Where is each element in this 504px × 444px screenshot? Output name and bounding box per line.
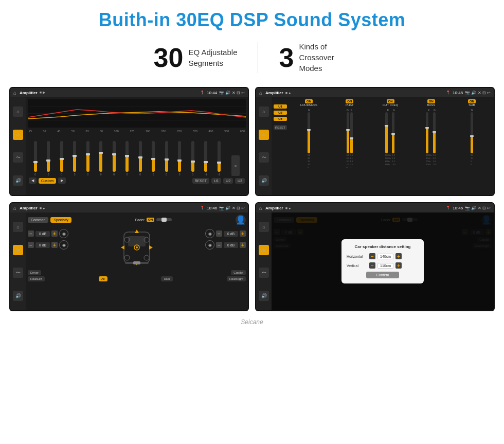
specialty-mode-btn[interactable]: Specialty [50, 217, 71, 223]
vol-plus-3[interactable]: + [240, 230, 246, 237]
right-vol-controls[interactable]: ◉ − 0 dB + ◉ − 0 dB + [205, 229, 246, 268]
eq-slider-5[interactable]: 0 [86, 141, 89, 176]
eq-custom-btn[interactable]: Custom [39, 178, 56, 184]
vol-row-1[interactable]: − 0 dB + ◉ [28, 229, 68, 238]
dlg-sidebar-icon4[interactable]: 🔊 [259, 291, 269, 301]
loudness-sliders[interactable]: G 644832160 [289, 109, 329, 193]
eq-u2-btn[interactable]: U2 [223, 178, 233, 184]
user-btn[interactable]: User [161, 276, 173, 281]
dialog-box: Car speaker distance setting Horizontal … [341, 239, 424, 283]
confirm-button[interactable]: Confirm [366, 272, 400, 278]
eq-sidebar-icon3[interactable]: 〜 [13, 152, 23, 163]
eq-slider-10[interactable]: 0 [152, 141, 155, 176]
vol-minus-3[interactable]: − [216, 230, 222, 237]
vol-row-3[interactable]: ◉ − 0 dB + [205, 229, 246, 238]
vol-row-2[interactable]: − 0 dB + ◉ [28, 240, 68, 250]
eq-prev-btn[interactable]: ◀ [29, 177, 37, 184]
bass-sliders[interactable]: F 100Hz90Hz70Hz60Hz G [411, 109, 451, 193]
eq-u1-btn[interactable]: U1 [211, 178, 221, 184]
u2-btn[interactable]: U2 [274, 111, 287, 115]
u-buttons-col[interactable]: U1 U2 U3 RESET [274, 104, 287, 193]
eq-slider-2[interactable]: 0 [47, 141, 50, 176]
copilot-btn[interactable]: Copilot [231, 270, 246, 275]
fader-track[interactable] [156, 218, 172, 221]
u3-btn[interactable]: U3 [274, 117, 287, 121]
dialog-vertical-row[interactable]: Vertical − 110cm + [347, 262, 419, 269]
eq-sidebar-icon2[interactable]: ≋ [13, 130, 23, 140]
vol-plus-2[interactable]: + [51, 242, 58, 248]
cross-sidebar-icon4[interactable]: 🔊 [259, 175, 269, 186]
eq-slider-11[interactable]: 0 [165, 141, 168, 176]
dlg-sidebar-icon1[interactable]: ⌂ [259, 222, 269, 232]
dialog-horizontal-row[interactable]: Horizontal − 140cm + [347, 253, 419, 259]
eq-slider-9[interactable]: 0 [139, 141, 142, 176]
reset-btn-crossover[interactable]: RESET [274, 125, 287, 130]
speaker-top-bar[interactable]: Common Specialty Fader ON 👤 [28, 215, 246, 225]
eq-slider-7[interactable]: 0 [113, 141, 116, 176]
eq-status-icons: ■ ▶ [40, 91, 45, 95]
eq-sidebar-icon4[interactable]: 🔊 [13, 175, 23, 186]
eq-controls[interactable]: ◀ Custom ▶ RESET U1 U2 U3 [28, 176, 246, 185]
cross-sidebar-icon1[interactable]: ⌂ [259, 106, 269, 117]
eq-slider-3[interactable]: 0 [60, 141, 63, 176]
eq-sliders[interactable]: 0 0 0 [28, 135, 246, 176]
vertical-minus[interactable]: − [369, 262, 375, 269]
eq-reset-btn[interactable]: RESET [192, 178, 209, 184]
fader-label: Fader [135, 218, 145, 222]
fader-row[interactable]: Fader ON [135, 218, 172, 222]
spk-sidebar-icon3[interactable]: 〜 [13, 268, 23, 278]
on-loudness[interactable]: ON [305, 99, 313, 103]
eq-u3-btn[interactable]: U3 [235, 178, 245, 184]
rearleft-btn[interactable]: RearLeft [28, 276, 45, 281]
on-cutfreq[interactable]: ON [387, 99, 394, 103]
speaker-profile-icon[interactable]: 👤 [236, 215, 246, 225]
dlg-sidebar-icon3[interactable]: 〜 [259, 268, 269, 278]
eq-next-btn[interactable]: ▶ [58, 177, 66, 184]
sub-sliders[interactable]: G 201550 [452, 109, 492, 193]
eq-slider-6[interactable]: 0 [99, 141, 102, 176]
home-icon-4[interactable]: ⌂ [259, 205, 262, 211]
eq-slider-13[interactable]: 0 [191, 141, 194, 176]
cross-sidebar-icon3[interactable]: 〜 [259, 152, 269, 163]
vol-plus-4[interactable]: + [240, 242, 246, 248]
vertical-plus[interactable]: + [395, 262, 402, 269]
vol-row-4[interactable]: ◉ − 0 dB + [205, 240, 246, 250]
driver-btn[interactable]: Driver [28, 270, 41, 275]
home-icon-3[interactable]: ⌂ [13, 205, 16, 211]
speaker-bottom-buttons[interactable]: Driver Copilot [28, 270, 246, 275]
vol-minus-1[interactable]: − [28, 230, 34, 237]
dlg-sidebar-icon2[interactable]: ≋ [259, 245, 269, 255]
speaker-bottom-buttons2[interactable]: RearLeft All User RearRight [28, 276, 246, 281]
eq-slider-8[interactable]: 0 [125, 141, 129, 176]
cross-sidebar-icon2[interactable]: ≋ [259, 130, 269, 140]
vol-minus-4[interactable]: − [216, 242, 222, 248]
on-buttons-row[interactable]: ON LOUDNESS ON PHAT ON CUT FREQ ON [289, 99, 492, 106]
eq-slider-4[interactable]: 5 [73, 141, 76, 176]
spk-sidebar-icon2[interactable]: ≋ [13, 245, 23, 255]
home-icon[interactable]: ⌂ [13, 90, 16, 96]
spk-sidebar-icon1[interactable]: ⌂ [13, 222, 23, 232]
vol-minus-2[interactable]: − [28, 242, 34, 248]
horizontal-minus[interactable]: − [369, 253, 375, 259]
eq-slider-14[interactable]: -1 [204, 141, 207, 176]
home-icon-2[interactable]: ⌂ [259, 90, 262, 96]
rearright-btn[interactable]: RearRight [227, 276, 246, 281]
fader-thumb[interactable] [161, 218, 167, 222]
eq-slider-12[interactable]: 0 [178, 141, 181, 176]
u1-btn[interactable]: U1 [274, 104, 287, 109]
eq-sidebar: ⌂ ≋ 〜 🔊 [10, 97, 26, 195]
left-vol-controls[interactable]: − 0 dB + ◉ − 0 dB + ◉ [28, 229, 68, 268]
common-mode-btn[interactable]: Common [28, 217, 48, 223]
eq-slider-1[interactable]: 0 [34, 141, 37, 176]
on-bass[interactable]: ON [427, 99, 435, 103]
phat-sliders[interactable]: G 644832160 F [330, 109, 369, 193]
all-btn[interactable]: All [99, 276, 107, 281]
eq-sidebar-icon1[interactable]: ⌂ [13, 106, 23, 117]
on-sub[interactable]: ON [468, 99, 476, 103]
vol-plus-1[interactable]: + [51, 230, 58, 237]
spk-sidebar-icon4[interactable]: 🔊 [13, 291, 23, 301]
eq-slider-15[interactable]: -1 [218, 141, 221, 176]
cutfreq-sliders[interactable]: F 120Hz100Hz80Hz60Hz G [370, 109, 410, 193]
on-phat[interactable]: ON [346, 99, 353, 103]
horizontal-plus[interactable]: + [395, 253, 402, 259]
